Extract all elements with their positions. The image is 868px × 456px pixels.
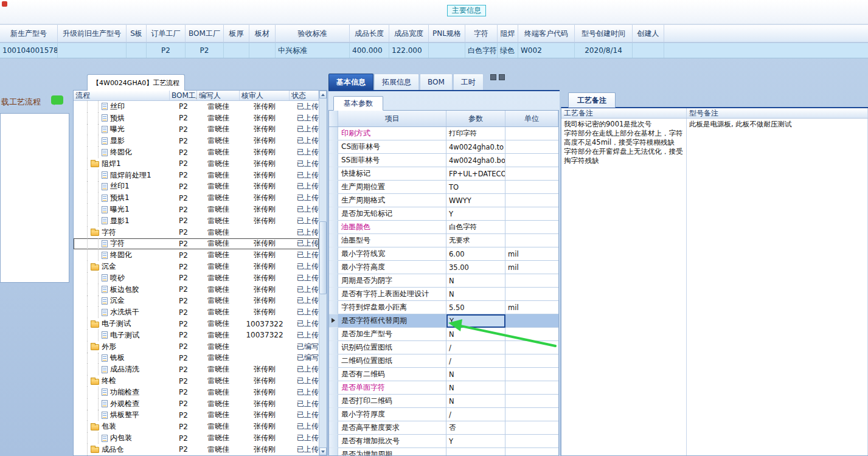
basic-params-tab[interactable]: 基本参数 [333,96,383,111]
param-row[interactable]: SS面菲林号4w0024gha0.bo [329,154,558,167]
summary-col-header[interactable]: 字符 [465,25,498,42]
param-row[interactable]: 是否加生产型号N [329,328,558,341]
param-value[interactable]: 无要求 [446,234,505,247]
param-value[interactable]: N [446,288,505,301]
param-value[interactable]: Y [446,207,505,221]
param-value[interactable]: WWYY [446,194,505,207]
param-value[interactable]: 5.50 [446,301,505,314]
param-row[interactable]: 是否高平整度要求否 [329,421,558,435]
summary-col-header[interactable]: PNL规格 [429,25,465,42]
param-value[interactable]: N [446,381,505,395]
tree-row[interactable]: 丝印1P2雷晓佳张传刚已上传 [74,181,319,193]
tree-row[interactable]: 外形P2雷晓佳已编写 [74,341,319,353]
tree-scrollbar[interactable] [319,91,327,455]
param-value[interactable]: Y [446,314,505,328]
param-value[interactable]: 35.00 [446,261,505,274]
tree-row[interactable]: 终固化P2雷晓佳张传刚已上传 [74,249,319,261]
summary-data-row[interactable]: 10010400157820P2P2中兴标准400.000122.000白色字符… [0,43,868,58]
speech-bubble-icon[interactable] [51,95,63,105]
col-status[interactable]: 状态 [290,91,319,100]
summary-col-header[interactable]: 订单工厂 [147,25,186,42]
param-value[interactable] [446,448,505,456]
param-value[interactable]: / [446,354,505,368]
param-row[interactable]: 是否为增加周期 [329,448,558,456]
tree-row[interactable]: 终固化P2雷晓佳张传刚已上传 [74,147,319,158]
param-value[interactable]: 白色字符 [446,221,505,234]
param-col-header[interactable]: 参数 [446,111,505,126]
scrollbar-thumb[interactable] [319,221,327,294]
summary-col-header[interactable]: 新生产型号 [0,25,58,42]
param-row[interactable]: 是否打印二维码N [329,395,558,408]
process-notes-tab[interactable]: 工艺备注 [568,92,616,108]
tree-row[interactable]: 外观检查P2雷晓佳张传刚已上传 [74,398,319,410]
tree-row[interactable]: 显影P2雷晓佳张传刚已上传 [74,135,319,147]
param-row[interactable]: 是否字符框代替周期Y [329,314,558,328]
param-value[interactable]: N [446,328,505,341]
tree-row[interactable]: 阻焊前处理1P2雷晓佳张传刚已上传 [74,170,319,181]
param-value[interactable]: 6.00 [446,247,505,261]
summary-col-header[interactable]: 创建人 [633,25,664,42]
param-value[interactable]: N [446,368,505,381]
tree-row[interactable]: 板边包胶P2雷晓佳张传刚已上传 [74,284,319,295]
param-row[interactable]: 最小字符厚度/ [329,408,558,421]
param-row[interactable]: 最小字符高度35.00mil [329,261,558,274]
param-row[interactable]: 周期是否为阴字N [329,274,558,288]
tree-row[interactable]: 预烘P2雷晓佳张传刚已上传 [74,112,319,124]
tree-row[interactable]: 字符P2雷晓佳已上传 [74,227,319,238]
param-value[interactable]: 4w0024gha0.bo [446,154,505,167]
summary-col-header[interactable]: S板 [127,25,147,42]
tab-basic-info[interactable]: 基本信息 [328,74,373,90]
param-row[interactable]: 二维码位置图纸/ [329,354,558,368]
tree-row[interactable]: 烘板整平P2雷晓佳张传刚已上传 [74,410,319,421]
tree-row[interactable]: 字符P2雷晓佳张传刚已上传 [74,238,319,250]
summary-col-header[interactable]: 成品长度 [350,25,389,42]
param-row[interactable]: 是否有增加批次号Y [329,435,558,448]
tree-row[interactable]: 成品清洗P2雷晓佳张传刚已上传 [74,364,319,375]
tree-row[interactable]: 喷砂P2雷晓佳张传刚已上传 [74,272,319,284]
param-row[interactable]: 是否单面字符N [329,381,558,395]
tree-row[interactable]: 终检P2雷晓佳张传刚已上传 [74,375,319,387]
tab-bom[interactable]: BOM [420,74,453,90]
summary-col-header[interactable]: 成品宽度 [389,25,429,42]
model-note-cell[interactable]: 此板是电源板, 此板不做耐压测试 [687,119,868,455]
tree-row[interactable]: 曝光P2雷晓佳张传刚已上传 [74,124,319,136]
col-auditor[interactable]: 核审人 [240,91,290,100]
param-col-header[interactable]: 项目 [338,111,446,126]
param-row[interactable]: 生产周期位置TO [329,181,558,194]
param-value[interactable]: N [446,274,505,288]
tree-row[interactable]: 曝光1P2雷晓佳张传刚已上传 [74,204,319,215]
dock-button[interactable] [490,74,496,80]
param-value[interactable]: / [446,341,505,354]
tree-row[interactable]: 成品仓P2雷晓佳张传刚已上传 [74,444,319,455]
tree-row[interactable]: 铣板P2雷晓佳已编写 [74,353,319,364]
param-value[interactable]: 否 [446,421,505,435]
tree-row[interactable]: 显影1P2雷晓佳张传刚已上传 [74,215,319,227]
param-row[interactable]: 最小字符线宽6.00mil [329,247,558,261]
tree-row[interactable]: 阻焊1P2雷晓佳张传刚已上传 [74,158,319,170]
param-row[interactable]: 是否加无铅标记Y [329,207,558,221]
param-row[interactable]: 是否有字符上表面处理设计N [329,288,558,301]
tree-row[interactable]: 预烘1P2雷晓佳张传刚已上传 [74,192,319,204]
param-value[interactable]: FP+UL+DATECODE [446,167,505,181]
tree-row[interactable]: 电子测试P2雷晓佳10037322已上传 [74,330,319,341]
param-row[interactable]: 油墨型号无要求 [329,234,558,247]
param-row[interactable]: 印刷方式打印字符 [329,127,558,140]
summary-col-header[interactable]: 验收标准 [276,25,350,42]
param-value[interactable]: TO [446,181,505,194]
summary-col-header[interactable]: 板厚 [224,25,249,42]
param-row[interactable]: 字符到焊盘最小距离5.50mil [329,301,558,314]
summary-col-header[interactable]: 板材 [249,25,276,42]
tree-row[interactable]: 水洗烘干P2雷晓佳张传刚已上传 [74,306,319,318]
param-value[interactable]: Y [446,435,505,448]
tree-row[interactable]: 沉金P2雷晓佳张传刚已上传 [74,295,319,307]
param-value[interactable]: / [446,408,505,421]
dock-button[interactable] [499,74,505,80]
summary-col-header[interactable]: 终端客户代码 [518,25,575,42]
param-value[interactable]: N [446,395,505,408]
process-flow-tab[interactable]: 【4W0024GHA0】工艺流程 [87,74,185,91]
tree-row[interactable]: 电子测试P2雷晓佳10037322已上传 [74,318,319,330]
tab-workhours[interactable]: 工时 [453,74,484,90]
summary-col-header[interactable]: 升级前旧生产型号 [58,25,127,42]
param-row[interactable]: 是否有二维码N [329,368,558,381]
param-value[interactable]: 4w0024gha0.to [446,140,505,154]
